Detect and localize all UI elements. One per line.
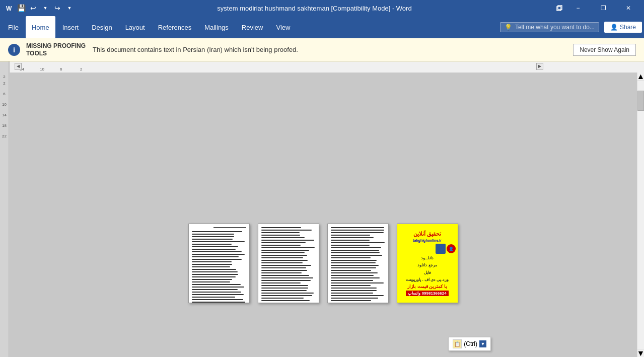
text-line (331, 237, 374, 238)
tell-me-search[interactable]: 💡 Tell me what you want to do... (500, 22, 599, 32)
tab-references[interactable]: References (152, 16, 197, 38)
text-line (331, 247, 382, 248)
restore-button[interactable]: ❐ (592, 0, 615, 16)
ad-line3: فایل (424, 270, 431, 275)
scroll-up-button[interactable]: ▲ (637, 73, 644, 81)
tab-insert[interactable]: Insert (56, 16, 85, 38)
text-line (261, 272, 302, 273)
undo-icon[interactable]: ↩ (28, 3, 38, 13)
notification-bar: i MISSING PROOFING TOOLS This document c… (0, 38, 644, 61)
tab-file[interactable]: File (2, 16, 25, 38)
text-line (192, 231, 242, 232)
text-line (261, 235, 300, 236)
text-line (331, 293, 374, 294)
ad-icon-row: 👤 (399, 244, 456, 254)
text-line (331, 232, 384, 233)
scroll-thumb[interactable] (637, 91, 644, 111)
text-line (331, 257, 371, 258)
paste-dropdown-arrow[interactable]: ▼ (479, 340, 486, 347)
text-line (192, 234, 235, 235)
text-line (331, 303, 382, 303)
tab-view[interactable]: View (270, 16, 296, 38)
text-line (261, 293, 314, 294)
page-2-content (261, 227, 316, 303)
text-line (261, 265, 312, 266)
ad-phone: 09981366624 واتساپ (406, 291, 448, 296)
text-line (192, 292, 241, 293)
text-line (331, 242, 385, 243)
close-button[interactable]: ✕ (617, 0, 640, 16)
page-1-content (192, 227, 246, 303)
save-icon[interactable]: 💾 (16, 3, 26, 13)
text-line (261, 262, 303, 263)
text-line (261, 245, 301, 246)
text-line (261, 240, 315, 241)
text-line (331, 277, 380, 278)
text-line (192, 251, 242, 252)
undo-dropdown-icon[interactable]: ▼ (40, 3, 50, 13)
ruler-num-2: 2 (80, 67, 82, 72)
text-line (331, 280, 374, 281)
text-line (261, 247, 315, 248)
text-line (192, 284, 241, 285)
paste-icon: 📋 (453, 339, 462, 348)
ruler-v-2a: 2 (3, 75, 5, 79)
page-2-thumbnail (258, 224, 319, 303)
tab-review[interactable]: Review (236, 16, 269, 38)
vertical-scrollbar[interactable]: ▲ ▼ (637, 73, 644, 357)
text-line (192, 246, 239, 247)
text-line (261, 242, 306, 243)
text-line (192, 249, 236, 250)
text-line (331, 272, 378, 273)
ad-title: تحقیق آنلاین (413, 231, 441, 237)
text-line (192, 254, 245, 255)
text-line (261, 260, 308, 261)
text-line (192, 302, 246, 303)
share-button[interactable]: 👤 Share (604, 22, 642, 33)
text-line (261, 270, 308, 271)
tab-layout[interactable]: Layout (119, 16, 151, 38)
ruler-num-6: 6 (60, 67, 62, 72)
never-show-again-button[interactable]: Never Show Again (573, 44, 636, 56)
text-line (331, 270, 371, 271)
text-line (192, 236, 234, 237)
restore-down-icon[interactable] (554, 3, 564, 13)
ad-url: tahghighonline.ir (413, 239, 442, 242)
tab-home[interactable]: Home (26, 16, 55, 38)
text-line (331, 275, 374, 276)
tab-design[interactable]: Design (86, 16, 118, 38)
text-line (192, 244, 232, 245)
text-line (331, 227, 385, 228)
text-line (192, 276, 236, 277)
text-line (192, 264, 233, 265)
text-line (261, 298, 304, 299)
title-bar-right: − ❐ ✕ (554, 0, 640, 16)
scroll-down-button[interactable]: ▼ (637, 349, 644, 357)
ruler-left-arrow[interactable]: ◀ (15, 63, 22, 70)
page-3-thumbnail (327, 224, 389, 303)
text-line (331, 265, 379, 266)
text-line (331, 250, 380, 251)
page-1-header (213, 227, 246, 228)
text-line (192, 261, 232, 262)
text-line (331, 295, 384, 296)
redo-icon[interactable]: ↪ (52, 3, 62, 13)
ruler-v-14: 14 (2, 113, 7, 117)
text-line (331, 298, 378, 299)
pages-row: تحقیق آنلاین tahghighonline.ir 👤 دانلـــ… (188, 224, 458, 303)
text-line (261, 232, 300, 233)
text-line (331, 240, 370, 241)
word-icon: W (4, 3, 14, 13)
text-line (261, 275, 310, 276)
paste-ctrl-tooltip[interactable]: 📋 (Ctrl) ▼ (448, 337, 491, 351)
text-line (261, 282, 301, 283)
text-line (331, 255, 383, 256)
tab-mailings[interactable]: Mailings (198, 16, 235, 38)
customize-icon[interactable]: ▼ (64, 3, 75, 13)
text-line (192, 269, 236, 270)
ruler-right-arrow[interactable]: ▶ (536, 63, 543, 70)
text-line (192, 274, 239, 275)
svg-rect-2 (557, 7, 561, 11)
text-line (331, 252, 380, 253)
minimize-button[interactable]: − (566, 0, 590, 16)
